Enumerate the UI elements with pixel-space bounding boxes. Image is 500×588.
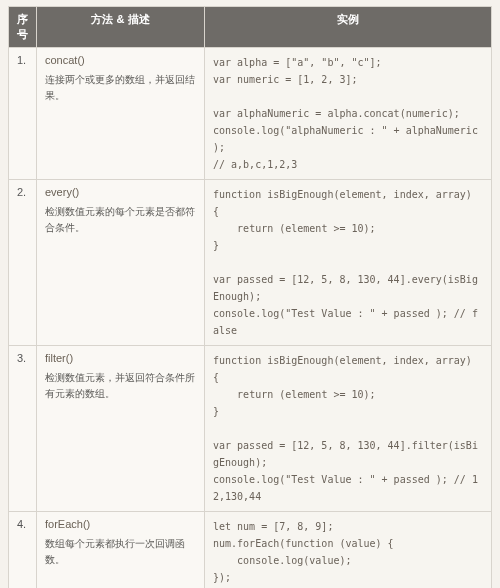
header-example: 实例 (205, 7, 492, 48)
method-desc: 检测数值元素，并返回符合条件所有元素的数组。 (45, 370, 196, 402)
methods-table: 序号 方法 & 描述 实例 1. concat() 连接两个或更多的数组，并返回… (8, 6, 492, 588)
method-desc: 连接两个或更多的数组，并返回结果。 (45, 72, 196, 104)
table-row: 1. concat() 连接两个或更多的数组，并返回结果。 var alpha … (9, 48, 492, 180)
code-block: let num = [7, 8, 9]; num.forEach(functio… (213, 518, 483, 586)
method-name: filter() (45, 352, 196, 364)
table-row: 4. forEach() 数组每个元素都执行一次回调函数。 let num = … (9, 512, 492, 589)
row-index: 4. (17, 518, 26, 530)
method-desc: 检测数值元素的每个元素是否都符合条件。 (45, 204, 196, 236)
code-block: function isBigEnough(element, index, arr… (213, 352, 483, 505)
row-index: 2. (17, 186, 26, 198)
table-row: 2. every() 检测数值元素的每个元素是否都符合条件。 function … (9, 180, 492, 346)
method-name: forEach() (45, 518, 196, 530)
row-index: 3. (17, 352, 26, 364)
table-row: 3. filter() 检测数值元素，并返回符合条件所有元素的数组。 funct… (9, 346, 492, 512)
method-desc: 数组每个元素都执行一次回调函数。 (45, 536, 196, 568)
code-block: var alpha = ["a", "b", "c"]; var numeric… (213, 54, 483, 173)
header-row: 序号 方法 & 描述 实例 (9, 7, 492, 48)
method-name: concat() (45, 54, 196, 66)
code-block: function isBigEnough(element, index, arr… (213, 186, 483, 339)
method-name: every() (45, 186, 196, 198)
row-index: 1. (17, 54, 26, 66)
header-idx: 序号 (9, 7, 37, 48)
header-desc: 方法 & 描述 (37, 7, 205, 48)
